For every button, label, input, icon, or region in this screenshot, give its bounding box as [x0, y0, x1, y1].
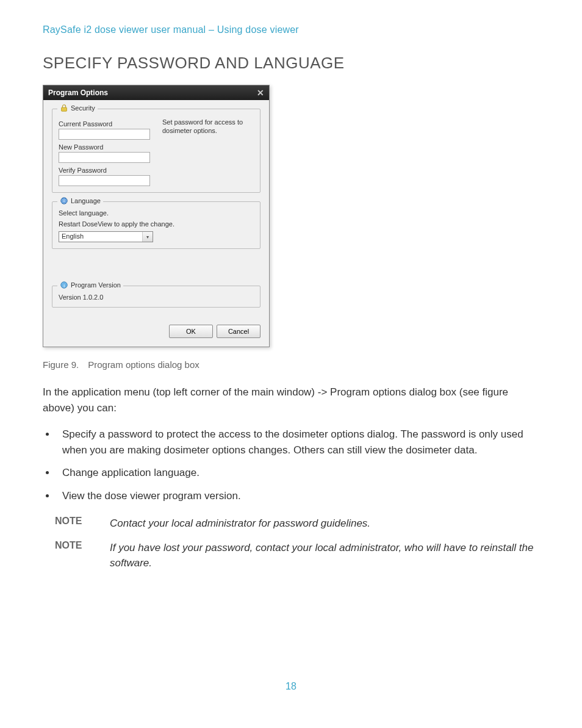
note-text: Contact your local administrator for pas… — [110, 516, 370, 532]
intro-paragraph: In the application menu (top left corner… — [43, 384, 539, 416]
list-item: View the dose viewer program version. — [56, 488, 539, 504]
select-language-text: Select language. — [59, 209, 254, 217]
info-icon: i — [60, 281, 68, 289]
svg-rect-0 — [62, 107, 67, 111]
version-group: i Program Version Version 1.0.2.0 — [52, 286, 260, 308]
dialog-titlebar: Program Options ✕ — [43, 85, 269, 100]
current-password-label: Current Password — [59, 120, 150, 128]
chevron-down-icon[interactable]: ▾ — [142, 232, 153, 242]
verify-password-label: Verify Password — [59, 167, 150, 174]
verify-password-input[interactable] — [59, 175, 150, 186]
program-options-dialog: Program Options ✕ Security Current Passw… — [43, 85, 270, 347]
section-title: SPECIFY PASSWORD AND LANGUAGE — [43, 54, 539, 73]
version-legend: Program Version — [71, 281, 121, 289]
lock-icon — [60, 104, 68, 112]
page-number: 18 — [43, 681, 539, 692]
version-value: Version 1.0.2.0 — [59, 294, 254, 301]
note-row: NOTE If you have lost your password, con… — [55, 540, 539, 571]
list-item: Specify a password to protect the access… — [56, 427, 539, 458]
close-icon[interactable]: ✕ — [257, 88, 264, 98]
note-row: NOTE Contact your local administrator fo… — [55, 516, 539, 532]
figure-caption: Figure 9. Program options dialog box — [43, 359, 539, 370]
new-password-label: New Password — [59, 143, 150, 151]
globe-icon — [60, 196, 68, 205]
bullet-list: Specify a password to protect the access… — [43, 427, 539, 503]
cancel-button[interactable]: Cancel — [217, 325, 260, 338]
ok-button[interactable]: OK — [169, 325, 213, 338]
language-legend: Language — [71, 197, 101, 204]
security-group: Security Current Password New Password V… — [52, 109, 260, 193]
restart-text: Restart DoseView to apply the change. — [59, 220, 254, 228]
dialog-title: Program Options — [48, 88, 108, 97]
current-password-input[interactable] — [59, 129, 150, 140]
security-helper-text: Set password for access to dosimeter opt… — [162, 117, 254, 186]
new-password-input[interactable] — [59, 152, 150, 163]
language-group: Language Select language. Restart DoseVi… — [52, 201, 260, 249]
note-label: NOTE — [55, 540, 92, 571]
svg-text:i: i — [63, 283, 65, 289]
list-item: Change application language. — [56, 465, 539, 481]
note-text: If you have lost your password, contact … — [110, 540, 539, 571]
security-legend: Security — [71, 104, 95, 112]
language-select[interactable]: English ▾ — [59, 231, 153, 242]
breadcrumb: RaySafe i2 dose viewer user manual – Usi… — [43, 24, 539, 35]
note-label: NOTE — [55, 516, 92, 532]
language-selected-value: English — [59, 232, 142, 242]
